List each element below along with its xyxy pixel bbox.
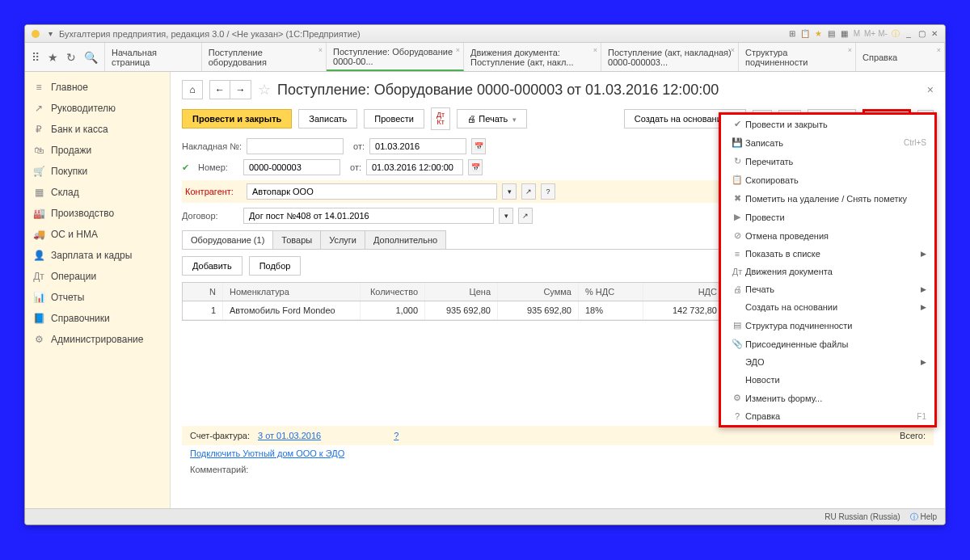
minimize-icon[interactable]: _ <box>903 28 914 40</box>
th-price[interactable]: Цена <box>425 283 498 301</box>
pick-button[interactable]: Подбор <box>249 256 302 276</box>
tb-icon-1[interactable]: ⊞ <box>787 28 798 40</box>
dropdown-icon-2[interactable]: ▾ <box>499 208 513 224</box>
sidebar-item-0[interactable]: ≡Главное <box>25 77 170 98</box>
tab-close-icon[interactable]: × <box>318 46 323 54</box>
language-indicator[interactable]: RU Russian (Russia) <box>824 512 900 521</box>
tb-info-icon[interactable]: ⓘ <box>890 28 901 40</box>
menu-item-15[interactable]: ⚙Изменить форму... <box>721 389 934 407</box>
menu-item-16[interactable]: ?СправкаF1 <box>721 407 934 425</box>
history-icon[interactable]: ↻ <box>66 51 76 64</box>
sidebar-item-12[interactable]: ⚙Администрирование <box>25 329 170 350</box>
sidebar-item-8[interactable]: 👤Зарплата и кадры <box>25 245 170 266</box>
menu-item-4[interactable]: ✖Пометить на удаление / Снять пометку <box>721 189 934 208</box>
tab-close-icon[interactable]: × <box>731 46 735 54</box>
tb-star-icon[interactable]: ★ <box>812 28 824 40</box>
close-page-icon[interactable]: × <box>927 83 934 96</box>
tab-6[interactable]: Справка× <box>856 43 945 71</box>
inner-tab-3[interactable]: Дополнительно <box>365 230 446 249</box>
post-button[interactable]: Провести <box>364 109 424 128</box>
dtkt-button[interactable]: ДтКт <box>431 107 450 130</box>
contractor-input[interactable] <box>247 183 497 200</box>
sidebar-item-1[interactable]: ↗Руководителю <box>25 98 170 119</box>
th-sum[interactable]: Сумма <box>498 283 579 301</box>
contract-input[interactable] <box>243 208 494 224</box>
inner-tab-2[interactable]: Услуги <box>320 230 365 249</box>
print-button[interactable]: 🖨 Печать <box>457 109 527 128</box>
invoice-footer-link[interactable]: 3 от 01.03.2016 <box>258 431 321 440</box>
write-button[interactable]: Записать <box>298 109 357 128</box>
tab-3[interactable]: Движения документа: Поступление (акт, на… <box>464 43 601 71</box>
menu-item-11[interactable]: ▤Структура подчиненности <box>721 316 934 335</box>
invoice-number-input[interactable] <box>247 138 344 154</box>
inner-tab-0[interactable]: Оборудование (1) <box>182 230 273 249</box>
tab-0[interactable]: Начальная страница <box>105 43 202 71</box>
tab-1[interactable]: Поступление оборудования× <box>202 43 327 71</box>
tb-icon-3[interactable]: ▤ <box>825 28 837 40</box>
tab-close-icon[interactable]: × <box>848 46 852 54</box>
invoice-date-input[interactable] <box>369 138 466 154</box>
th-name[interactable]: Номенклатура <box>223 283 361 301</box>
number-input[interactable] <box>243 159 340 175</box>
close-icon[interactable]: ✕ <box>929 28 940 40</box>
help-icon[interactable]: ? <box>541 183 555 200</box>
tab-2[interactable]: Поступление: Оборудование 0000-00...× <box>327 43 464 71</box>
sidebar-item-4[interactable]: 🛒Покупки <box>25 161 170 182</box>
menu-item-14[interactable]: Новости <box>721 371 934 389</box>
menu-item-12[interactable]: 📎Присоединенные файлы <box>721 335 934 353</box>
tab-close-icon[interactable]: × <box>593 46 597 54</box>
sidebar-item-11[interactable]: 📘Справочники <box>25 308 170 329</box>
sidebar-item-5[interactable]: ▦Склад <box>25 182 170 203</box>
th-vatpct[interactable]: % НДС <box>579 283 643 301</box>
menu-item-7[interactable]: ≡Показать в списке▶ <box>721 245 934 263</box>
tab-close-icon[interactable]: × <box>456 46 460 54</box>
calendar-icon[interactable]: 📅 <box>471 138 486 154</box>
menu-item-10[interactable]: Создать на основании▶ <box>721 298 934 316</box>
sidebar-item-3[interactable]: 🛍Продажи <box>25 140 170 161</box>
th-vat[interactable]: НДС <box>643 283 724 301</box>
tab-5[interactable]: Структура подчиненности× <box>739 43 856 71</box>
th-n[interactable]: N <box>183 283 223 301</box>
sidebar-item-10[interactable]: 📊Отчеты <box>25 287 170 308</box>
home-button[interactable]: ⌂ <box>182 80 203 99</box>
sidebar-item-6[interactable]: 🏭Производство <box>25 203 170 224</box>
inner-tab-1[interactable]: Товары <box>272 230 321 249</box>
star-icon[interactable]: ★ <box>48 51 58 64</box>
menu-item-6[interactable]: ⊘Отмена проведения <box>721 226 934 245</box>
back-button[interactable]: ← <box>209 80 230 99</box>
add-button[interactable]: Добавить <box>182 256 242 276</box>
sidebar-item-2[interactable]: ₽Банк и касса <box>25 119 170 140</box>
menu-item-13[interactable]: ЭДО▶ <box>721 353 934 371</box>
tab-close-icon[interactable]: × <box>937 46 941 54</box>
menu-item-5[interactable]: ▶Провести <box>721 208 934 226</box>
dropdown-icon[interactable]: ▾ <box>502 183 517 200</box>
datetime-input[interactable] <box>366 159 463 175</box>
menu-item-2[interactable]: ↻Перечитать <box>721 152 934 171</box>
menu-item-1[interactable]: 💾ЗаписатьCtrl+S <box>721 133 934 152</box>
sidebar-item-9[interactable]: ДтОперации <box>25 266 170 287</box>
open-icon[interactable]: ↗ <box>521 183 536 200</box>
search-icon[interactable]: 🔍 <box>84 51 98 64</box>
sidebar-item-7[interactable]: 🚚ОС и НМА <box>25 224 170 245</box>
tb-m-icon[interactable]: M <box>851 28 862 40</box>
post-and-close-button[interactable]: Провести и закрыть <box>182 109 292 128</box>
menu-item-3[interactable]: 📋Скопировать <box>721 171 934 189</box>
open-icon-2[interactable]: ↗ <box>518 208 533 224</box>
menu-item-9[interactable]: 🖨Печать▶ <box>721 280 934 298</box>
menu-item-0[interactable]: ✔Провести и закрыть <box>721 115 934 133</box>
calendar-icon-2[interactable]: 📅 <box>468 159 483 175</box>
tb-m--icon[interactable]: M- <box>877 28 888 40</box>
apps-icon[interactable]: ⠿ <box>32 51 40 64</box>
th-qty[interactable]: Количество <box>361 283 425 301</box>
edo-connect-link[interactable]: Подключить Уютный дом ООО к ЭДО <box>190 448 344 458</box>
tab-4[interactable]: Поступление (акт, накладная) 0000-000003… <box>601 43 739 71</box>
maximize-icon[interactable]: ▢ <box>916 28 927 40</box>
tb-icon-4[interactable]: ▦ <box>838 28 850 40</box>
favorite-star-icon[interactable]: ☆ <box>258 81 271 99</box>
forward-button[interactable]: → <box>230 80 251 99</box>
help-status[interactable]: ⓘ Help <box>910 512 937 523</box>
invoice-help-link[interactable]: ? <box>394 431 399 440</box>
nav-dropdown-icon[interactable]: ▾ <box>44 28 56 40</box>
menu-item-8[interactable]: ДтДвижения документа <box>721 263 934 280</box>
tb-icon-2[interactable]: 📋 <box>799 28 811 40</box>
